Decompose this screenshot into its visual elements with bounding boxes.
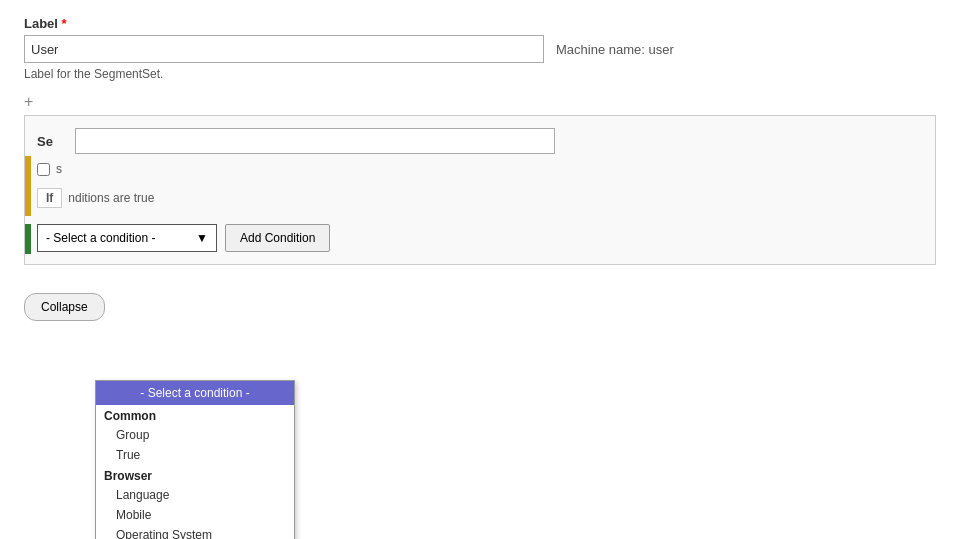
yellow-bar	[25, 156, 31, 216]
segment-label: Se	[37, 134, 67, 149]
dropdown-item-mobile[interactable]: Mobile	[96, 505, 294, 525]
drag-handle[interactable]: +	[24, 93, 936, 111]
segment-box: Se s If nditions are true - Select a con…	[24, 115, 936, 265]
label-hint: Label for the SegmentSet.	[24, 67, 936, 81]
add-condition-button[interactable]: Add Condition	[225, 224, 330, 252]
segment-box-wrapper: Se s If nditions are true - Select a con…	[24, 115, 936, 265]
checkbox-label: s	[56, 162, 62, 176]
dropdown-header[interactable]: - Select a condition -	[96, 381, 294, 405]
segment-checkbox[interactable]	[37, 163, 50, 176]
label-section: Label * Machine name: user Label for the…	[24, 16, 936, 81]
label-input-row: Machine name: user	[24, 35, 936, 63]
collapse-button[interactable]: Collapse	[24, 293, 105, 321]
label-input[interactable]	[24, 35, 544, 63]
green-bar	[25, 224, 31, 254]
dropdown-item-language[interactable]: Language	[96, 485, 294, 505]
segment-name-row: Se	[37, 128, 923, 154]
dropdown-arrow-icon: ▼	[196, 231, 208, 245]
bottom-row: - Select a condition - ▼ Add Condition	[37, 224, 923, 252]
required-marker: *	[62, 16, 67, 31]
select-condition-label: - Select a condition -	[46, 231, 155, 245]
dropdown-item-group[interactable]: Group	[96, 425, 294, 445]
checkbox-row: s	[37, 162, 923, 176]
dropdown-item-true[interactable]: True	[96, 445, 294, 465]
select-condition-button[interactable]: - Select a condition - ▼	[37, 224, 217, 252]
label-title: Label *	[24, 16, 936, 31]
machine-name: Machine name: user	[556, 42, 674, 57]
dropdown-item-operating-system[interactable]: Operating System	[96, 525, 294, 539]
dropdown-group-common: Common	[96, 405, 294, 425]
segment-inner: Se s If nditions are true - Select a con…	[37, 128, 923, 252]
dropdown-group-browser: Browser	[96, 465, 294, 485]
if-badge: If	[37, 188, 62, 208]
logic-text: nditions are true	[68, 191, 154, 205]
condition-dropdown: - Select a condition - Common Group True…	[95, 380, 295, 539]
segment-name-input[interactable]	[75, 128, 555, 154]
logic-row: If nditions are true	[37, 188, 923, 208]
